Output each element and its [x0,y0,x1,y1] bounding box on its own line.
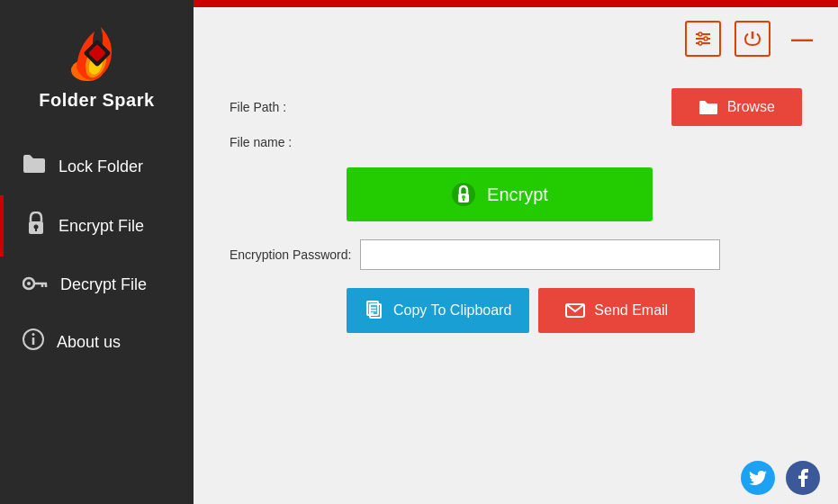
toolbar: — [194,7,838,70]
encrypt-button[interactable]: Encrypt [347,167,653,221]
sidebar-item-label-decrypt-file: Decrypt File [60,275,147,294]
encrypt-label: Encrypt [487,184,548,205]
file-name-label: File name : [230,135,347,149]
svg-point-17 [698,32,702,36]
power-button[interactable] [734,21,770,57]
browse-label: Browse [727,99,775,115]
encryption-password-label: Encryption Password: [230,248,351,262]
content-area: File Path : Browse File name : Encr [194,70,838,452]
encryption-password-input[interactable] [360,239,720,270]
sidebar-item-label-about-us: About us [57,333,121,352]
app-logo [60,18,132,90]
lock-icon [26,212,46,240]
top-bar [194,0,838,7]
browse-button[interactable]: Browse [671,88,802,126]
sidebar-item-decrypt-file[interactable]: Decrypt File [0,256,194,312]
svg-point-4 [34,225,39,230]
info-icon [23,328,44,356]
logo-area: Folder Spark [39,18,154,111]
settings-button[interactable] [685,21,721,57]
sidebar-item-label-encrypt-file: Encrypt File [59,217,144,236]
sidebar: Folder Spark Lock Folder Encrypt File [0,0,194,504]
main-panel: — File Path : Browse File name : [194,0,838,504]
key-icon [23,273,48,296]
social-bar [194,452,838,504]
file-path-label: File Path : [230,100,347,114]
sidebar-item-label-lock-folder: Lock Folder [59,158,143,176]
svg-point-18 [704,37,707,40]
sidebar-item-encrypt-file[interactable]: Encrypt File [0,195,194,256]
send-email-label: Send Email [594,302,668,319]
svg-rect-20 [703,107,714,109]
facebook-button[interactable] [786,461,820,495]
action-buttons: Copy To Clipboard Send Email [347,288,802,333]
file-path-row: File Path : Browse [230,88,802,126]
twitter-button[interactable] [741,461,775,495]
app-title: Folder Spark [39,90,154,111]
sidebar-item-about-us[interactable]: About us [0,312,194,372]
file-name-row: File name : [230,135,802,149]
minimize-button[interactable]: — [784,21,820,57]
password-row: Encryption Password: [230,239,802,270]
folder-icon [23,154,46,179]
svg-point-19 [698,41,702,45]
send-email-button[interactable]: Send Email [538,288,695,333]
copy-clipboard-label: Copy To Clipboard [393,302,511,319]
copy-to-clipboard-button[interactable]: Copy To Clipboard [347,288,529,333]
svg-point-13 [32,333,35,336]
svg-point-23 [462,195,465,199]
svg-point-7 [27,282,31,285]
sidebar-item-lock-folder[interactable]: Lock Folder [0,138,194,195]
